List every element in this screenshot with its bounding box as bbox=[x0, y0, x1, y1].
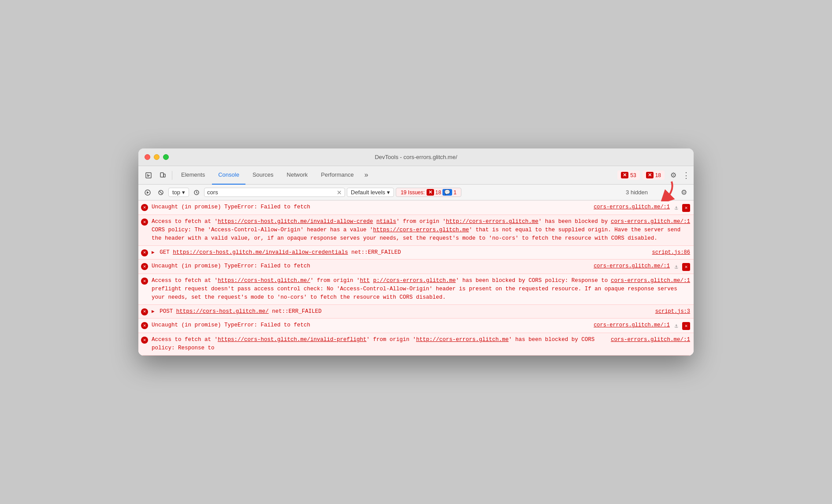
warn-count-button[interactable]: ✕ 18 bbox=[643, 170, 665, 180]
log-levels-label: Default levels bbox=[351, 189, 385, 196]
clear-console-button[interactable] bbox=[155, 187, 167, 198]
source-link-2[interactable]: cors-errors.glitch.me/:1 bbox=[611, 218, 690, 226]
tab-network[interactable]: Network bbox=[281, 166, 314, 185]
console-source: cors-errors.glitch.me/:1 bbox=[594, 321, 670, 329]
origin-p-link[interactable]: p://cors-errors.glitch.me bbox=[373, 278, 456, 284]
tab-console[interactable]: Console bbox=[212, 166, 245, 185]
error-icon: ✕ bbox=[141, 308, 148, 315]
dismiss-icon[interactable]: ✕ bbox=[682, 263, 690, 271]
preflight-url-link[interactable]: https://cors-host.glitch.me/ bbox=[218, 278, 310, 284]
error-count-button[interactable]: ✕ 53 bbox=[617, 170, 639, 180]
console-message: Uncaught (in promise) TypeError: Failed … bbox=[152, 203, 588, 211]
anchor-icon[interactable]: ⚓ bbox=[672, 204, 680, 212]
source-link[interactable]: cors-errors.glitch.me/:1 bbox=[594, 204, 670, 210]
chevron-down-icon: ▾ bbox=[387, 189, 390, 196]
console-source: cors-errors.glitch.me/:1 bbox=[594, 203, 670, 211]
expand-arrow[interactable]: ▶ bbox=[152, 309, 155, 314]
console-source: script.js:86 bbox=[652, 248, 690, 256]
source-link[interactable]: cors-errors.glitch.me/:1 bbox=[594, 263, 670, 269]
origin-link[interactable]: http://cors-errors.glitch.me bbox=[446, 219, 539, 225]
context-label: top bbox=[172, 189, 180, 196]
console-source: cors-errors.glitch.me/:1 bbox=[594, 262, 670, 270]
console-row: ✕ Uncaught (in promise) TypeError: Faile… bbox=[138, 319, 694, 333]
warn-count: 18 bbox=[655, 172, 661, 178]
execute-button[interactable] bbox=[142, 187, 153, 198]
error-icon: ✕ bbox=[141, 249, 148, 256]
hidden-count: 3 hidden bbox=[626, 189, 648, 196]
script-source-link-3[interactable]: script.js:3 bbox=[655, 308, 690, 315]
get-url-link[interactable]: https://cors-host.glitch.me/invalid-allo… bbox=[173, 249, 348, 256]
console-row: ✕ ▶ POST https://cors-host.glitch.me/ ne… bbox=[138, 305, 694, 319]
console-content: ✕ Uncaught (in promise) TypeError: Faile… bbox=[138, 200, 694, 356]
tab-elements[interactable]: Elements bbox=[175, 166, 211, 185]
filter-input[interactable] bbox=[207, 189, 335, 196]
error-icon: ✕ bbox=[141, 204, 148, 211]
issues-button[interactable]: 19 Issues: ✕ 18 💬 1 bbox=[396, 188, 461, 197]
console-actions: ⚓ ✕ bbox=[672, 204, 690, 212]
console-row: ✕ Uncaught (in promise) TypeError: Faile… bbox=[138, 200, 694, 215]
device-toolbar-button[interactable] bbox=[156, 169, 169, 182]
console-source: script.js:3 bbox=[655, 308, 690, 315]
title-bar: DevTools - cors-errors.glitch.me/ bbox=[138, 148, 694, 166]
clear-search-button[interactable]: ✕ bbox=[337, 189, 342, 196]
console-actions: ⚓ ✕ bbox=[672, 322, 690, 330]
console-actions: ⚓ ✕ bbox=[672, 263, 690, 271]
issues-label: 19 Issues: bbox=[401, 189, 425, 196]
context-dropdown[interactable]: top ▾ bbox=[168, 188, 189, 197]
issues-info-icon: 💬 bbox=[442, 189, 452, 196]
expand-arrow[interactable]: ▶ bbox=[152, 250, 155, 255]
invalid-preflight-link[interactable]: https://cors-host.glitch.me/invalid-pref… bbox=[218, 337, 367, 343]
maximize-button[interactable] bbox=[163, 154, 169, 160]
console-message: ▶ POST https://cors-host.glitch.me/ net:… bbox=[152, 308, 650, 316]
tab-separator bbox=[172, 171, 172, 180]
tab-bar: Elements Console Sources Network Perform… bbox=[138, 166, 694, 185]
error-count: 53 bbox=[630, 172, 636, 178]
console-settings-button[interactable]: ⚙ bbox=[678, 186, 690, 199]
filter-search-box: ✕ bbox=[204, 188, 345, 197]
origin-link-8[interactable]: http://cors-errors.glitch.me bbox=[416, 337, 509, 343]
script-source-link[interactable]: script.js:86 bbox=[652, 249, 690, 256]
anchor-icon[interactable]: ⚓ bbox=[672, 322, 680, 330]
console-message: Access to fetch at 'https://cors-host.gl… bbox=[152, 218, 690, 242]
more-options-button[interactable]: ⋮ bbox=[682, 170, 690, 180]
console-row: ✕ ▶ GET https://cors-host.glitch.me/inva… bbox=[138, 246, 694, 260]
anchor-icon[interactable]: ⚓ bbox=[672, 263, 680, 271]
origin-htt-link[interactable]: htt bbox=[360, 278, 370, 284]
more-tabs-button[interactable]: » bbox=[361, 166, 372, 185]
ntials-link[interactable]: ntials bbox=[376, 219, 396, 225]
tab-sources[interactable]: Sources bbox=[246, 166, 280, 185]
dismiss-icon[interactable]: ✕ bbox=[682, 204, 690, 212]
tab-performance[interactable]: Performance bbox=[315, 166, 360, 185]
post-url-link[interactable]: https://cors-host.glitch.me/ bbox=[176, 308, 269, 315]
source-link[interactable]: cors-errors.glitch.me/:1 bbox=[594, 322, 670, 328]
console-message: Uncaught (in promise) TypeError: Failed … bbox=[152, 321, 588, 330]
warn-badge-icon: ✕ bbox=[646, 172, 654, 178]
source-link-5[interactable]: cors-errors.glitch.me/:1 bbox=[611, 277, 690, 285]
console-message: Uncaught (in promise) TypeError: Failed … bbox=[152, 262, 588, 271]
console-row: ✕ Access to fetch at 'https://cors-host.… bbox=[138, 274, 694, 304]
error-icon: ✕ bbox=[141, 263, 148, 270]
error-badge-icon: ✕ bbox=[621, 172, 628, 178]
issues-error-count: 18 bbox=[435, 189, 441, 196]
minimize-button[interactable] bbox=[154, 154, 160, 160]
error-icon: ✕ bbox=[141, 219, 148, 226]
live-expressions-button[interactable] bbox=[191, 187, 202, 198]
svg-line-5 bbox=[160, 191, 162, 194]
console-row: ✕ Access to fetch at 'https://cors-host.… bbox=[138, 215, 694, 245]
close-button[interactable] bbox=[145, 154, 150, 160]
cors-url-link[interactable]: https://cors-host.glitch.me/invalid-allo… bbox=[218, 219, 373, 225]
traffic-lights bbox=[145, 154, 169, 160]
inspect-element-button[interactable] bbox=[142, 169, 155, 182]
log-levels-dropdown[interactable]: Default levels ▾ bbox=[347, 188, 394, 197]
console-message: Access to fetch at 'https://cors-host.gl… bbox=[152, 277, 690, 301]
annotation-arrow bbox=[650, 179, 676, 201]
chevron-down-icon: ▾ bbox=[182, 189, 185, 196]
toolbar-right: 3 hidden ⚙ bbox=[626, 182, 690, 204]
dismiss-icon[interactable]: ✕ bbox=[682, 322, 690, 330]
error-icon: ✕ bbox=[141, 337, 148, 344]
svg-rect-2 bbox=[163, 174, 165, 177]
source-link-8[interactable]: cors-errors.glitch.me/:1 bbox=[611, 337, 690, 343]
header-val-link[interactable]: https://cors-errors.glitch.me bbox=[373, 227, 469, 233]
console-row: ✕ Access to fetch at 'https://cors-host.… bbox=[138, 333, 694, 356]
console-row: ✕ Uncaught (in promise) TypeError: Faile… bbox=[138, 259, 694, 274]
